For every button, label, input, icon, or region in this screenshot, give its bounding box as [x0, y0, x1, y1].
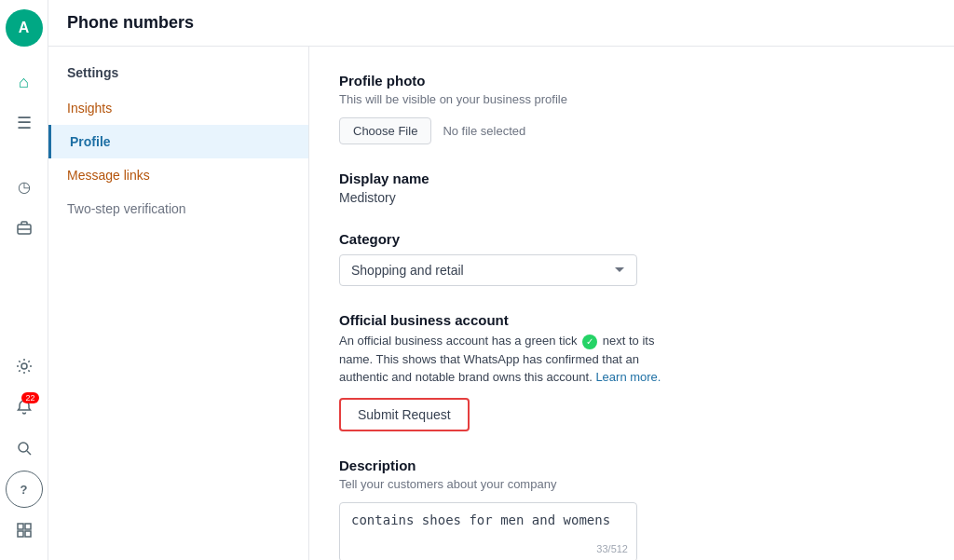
category-section: Category Shopping and retail Technology … — [339, 231, 924, 286]
svg-rect-8 — [25, 531, 31, 537]
oba-description: An official business account has a green… — [339, 332, 675, 387]
category-title: Category — [339, 231, 924, 247]
oba-title: Official business account — [339, 312, 924, 328]
svg-rect-7 — [18, 531, 23, 537]
svg-line-4 — [27, 451, 31, 455]
menu-icon[interactable]: ☰ — [6, 104, 43, 142]
description-section: Description Tell your customers about yo… — [339, 458, 924, 561]
content-area: Settings Insights Profile Message links … — [48, 47, 954, 560]
file-row: Choose File No file selected — [339, 117, 924, 144]
official-business-section: Official business account An official bu… — [339, 312, 924, 431]
description-subtitle: Tell your customers about your company — [339, 477, 924, 491]
display-name-value: Medistory — [339, 190, 924, 205]
description-title: Description — [339, 458, 924, 473]
sidebar-section-title: Settings — [48, 65, 308, 91]
profile-panel: Profile photo This will be visible on yo… — [309, 47, 954, 560]
submit-request-button[interactable]: Submit Request — [339, 398, 470, 431]
gear-icon[interactable] — [6, 348, 43, 385]
top-bar: Phone numbers — [48, 0, 954, 47]
description-textarea[interactable]: contains shoes for men and womens — [339, 502, 637, 561]
bell-icon[interactable]: 22 — [6, 389, 43, 426]
profile-photo-section: Profile photo This will be visible on yo… — [339, 73, 924, 144]
svg-point-3 — [19, 443, 28, 452]
icon-nav: A ⌂ ☰ ◷ 22 — [0, 0, 48, 560]
sidebar-item-profile[interactable]: Profile — [48, 125, 308, 158]
help-icon[interactable]: ? — [6, 471, 43, 508]
learn-more-link[interactable]: Learn more. — [595, 370, 661, 384]
char-count: 33/512 — [596, 543, 628, 554]
display-name-section: Display name Medistory — [339, 171, 924, 205]
page-title: Phone numbers — [67, 13, 194, 33]
search-icon[interactable] — [6, 430, 43, 467]
home-icon[interactable]: ⌂ — [6, 63, 43, 101]
sidebar-item-message-links[interactable]: Message links — [48, 158, 308, 192]
briefcase-icon[interactable] — [6, 209, 43, 246]
svg-point-2 — [21, 363, 27, 369]
svg-rect-6 — [25, 524, 31, 529]
main-area: Phone numbers Settings Insights Profile … — [48, 0, 954, 560]
notification-badge: 22 — [21, 392, 38, 403]
green-tick-icon: ✓ — [582, 335, 597, 349]
choose-file-button[interactable]: Choose File — [339, 117, 431, 144]
category-select[interactable]: Shopping and retail Technology Education… — [339, 254, 637, 286]
settings-sidebar: Settings Insights Profile Message links … — [48, 47, 309, 560]
no-file-label: No file selected — [443, 124, 525, 138]
sidebar-item-insights[interactable]: Insights — [48, 91, 308, 125]
sidebar-item-two-step[interactable]: Two-step verification — [48, 192, 308, 225]
display-name-title: Display name — [339, 171, 924, 186]
clock-icon[interactable]: ◷ — [6, 168, 43, 205]
avatar[interactable]: A — [6, 9, 43, 47]
grid-icon[interactable] — [6, 512, 43, 549]
svg-rect-5 — [18, 524, 23, 529]
profile-photo-title: Profile photo — [339, 73, 924, 89]
profile-photo-subtitle: This will be visible on your business pr… — [339, 92, 924, 106]
description-wrapper: contains shoes for men and womens 33/512 — [339, 502, 637, 561]
oba-desc-part1: An official business account has a green… — [339, 334, 578, 348]
